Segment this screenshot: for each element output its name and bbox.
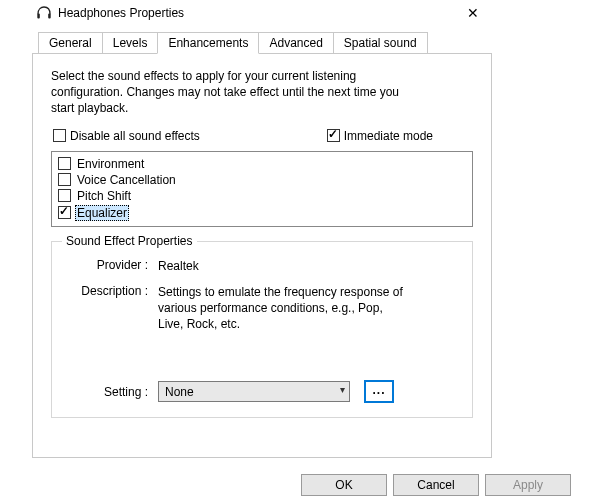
ok-button[interactable]: OK [301, 474, 387, 496]
intro-text: Select the sound effects to apply for yo… [51, 68, 411, 117]
effect-item-voice-cancellation[interactable]: Voice Cancellation [58, 172, 466, 188]
effect-label: Environment [77, 157, 144, 171]
sound-effect-properties-group: Sound Effect Properties Provider : Realt… [51, 241, 473, 419]
window-title: Headphones Properties [58, 6, 456, 20]
setting-select[interactable]: None ▾ [158, 381, 350, 402]
checkbox-icon [58, 206, 71, 219]
svg-rect-1 [48, 14, 51, 19]
effect-label: Equalizer [75, 205, 129, 221]
immediate-mode-checkbox[interactable]: Immediate mode [327, 129, 433, 143]
close-button[interactable]: ✕ [456, 4, 490, 22]
tab-panel-enhancements: Select the sound effects to apply for yo… [32, 54, 492, 458]
checkbox-icon [58, 173, 71, 186]
headphones-icon [36, 6, 52, 20]
group-legend: Sound Effect Properties [62, 234, 197, 248]
effect-item-equalizer[interactable]: Equalizer [58, 204, 466, 222]
disable-all-effects-checkbox[interactable]: Disable all sound effects [53, 129, 200, 143]
effect-item-environment[interactable]: Environment [58, 156, 466, 172]
chevron-down-icon: ▾ [340, 384, 345, 395]
dialog-footer: OK Cancel Apply [301, 474, 571, 496]
setting-more-button[interactable]: ... [364, 380, 394, 403]
apply-button[interactable]: Apply [485, 474, 571, 496]
tab-strip: General Levels Enhancements Advanced Spa… [32, 32, 492, 54]
setting-select-value: None [165, 385, 194, 399]
provider-label: Provider : [66, 258, 158, 274]
effect-item-pitch-shift[interactable]: Pitch Shift [58, 188, 466, 204]
tab-general[interactable]: General [38, 32, 103, 54]
description-label: Description : [66, 284, 158, 333]
checkbox-icon [58, 189, 71, 202]
effects-list: Environment Voice Cancellation Pitch Shi… [51, 151, 473, 227]
tab-advanced[interactable]: Advanced [258, 32, 333, 54]
checkbox-icon [58, 157, 71, 170]
effect-label: Voice Cancellation [77, 173, 176, 187]
setting-label: Setting : [66, 385, 158, 399]
disable-all-effects-label: Disable all sound effects [70, 129, 200, 143]
svg-rect-0 [37, 14, 40, 19]
tab-enhancements[interactable]: Enhancements [157, 32, 259, 54]
dialog-window: Headphones Properties ✕ General Levels E… [32, 0, 492, 458]
provider-value: Realtek [158, 258, 408, 274]
tab-spatial-sound[interactable]: Spatial sound [333, 32, 428, 54]
checkbox-icon [327, 129, 340, 142]
immediate-mode-label: Immediate mode [344, 129, 433, 143]
tab-levels[interactable]: Levels [102, 32, 159, 54]
checkbox-icon [53, 129, 66, 142]
effect-label: Pitch Shift [77, 189, 131, 203]
titlebar: Headphones Properties ✕ [32, 0, 492, 28]
cancel-button[interactable]: Cancel [393, 474, 479, 496]
description-value: Settings to emulate the frequency respon… [158, 284, 408, 333]
